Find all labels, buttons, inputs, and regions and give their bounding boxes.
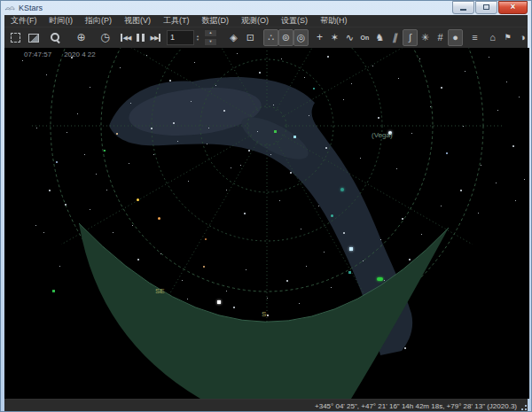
find-object-icon[interactable] bbox=[48, 29, 63, 46]
star bbox=[35, 225, 36, 226]
star bbox=[318, 206, 319, 206]
toggle-satellites-icon[interactable]: ✶ bbox=[327, 29, 342, 46]
menu-tools[interactable]: 工具(T) bbox=[157, 15, 196, 27]
simulation-clock: 07:47:57 2020 4 22 bbox=[24, 51, 96, 58]
toggle-horizontal-grid-icon[interactable]: # bbox=[433, 29, 448, 46]
timestep-widget[interactable]: 1▲▼▲▼ bbox=[167, 29, 217, 46]
star bbox=[187, 299, 188, 299]
timestep-unit-spinner[interactable]: ▲▼ bbox=[194, 35, 201, 42]
time-rewind-icon[interactable] bbox=[118, 29, 133, 46]
star bbox=[173, 122, 175, 124]
geolocation-icon[interactable]: ⊕ bbox=[74, 29, 89, 46]
star bbox=[340, 188, 344, 191]
star bbox=[246, 269, 246, 270]
star bbox=[49, 190, 51, 191]
star bbox=[43, 232, 44, 233]
menu-help[interactable]: 帮助(H) bbox=[314, 15, 354, 27]
star bbox=[267, 298, 268, 299]
star bbox=[77, 113, 78, 114]
timestep-value[interactable]: 1 bbox=[167, 30, 194, 45]
star bbox=[160, 253, 161, 254]
title-bar[interactable]: KStars × bbox=[1, 1, 531, 15]
sky-object bbox=[293, 136, 296, 138]
star bbox=[270, 154, 271, 155]
spin-up-icon[interactable]: ▲ bbox=[204, 29, 217, 37]
menu-file[interactable]: 文件(F) bbox=[4, 15, 43, 27]
toggle-constellation-boundaries-icon[interactable]: ∥ bbox=[387, 29, 403, 46]
resize-grip[interactable] bbox=[520, 405, 527, 411]
spin-down-icon[interactable]: ▼ bbox=[204, 38, 217, 46]
observation-list-icon[interactable]: ≡ bbox=[467, 29, 482, 46]
star bbox=[223, 110, 225, 112]
star bbox=[512, 145, 514, 147]
star bbox=[194, 62, 195, 63]
star bbox=[398, 78, 399, 79]
time-forward-icon[interactable] bbox=[148, 29, 163, 46]
dome-control-icon[interactable]: ⌂ bbox=[485, 29, 500, 46]
star bbox=[106, 190, 107, 190]
star bbox=[524, 179, 525, 180]
flags-icon[interactable]: ⚑ bbox=[500, 29, 515, 46]
toggle-equatorial-grid-icon[interactable]: ✳ bbox=[418, 29, 433, 46]
toggle-constellation-names-icon[interactable]: On bbox=[357, 29, 372, 46]
toggle-deep-sky-icon[interactable]: ⊚ bbox=[278, 29, 293, 46]
star bbox=[205, 238, 207, 240]
star bbox=[421, 234, 422, 235]
star bbox=[331, 214, 333, 217]
star bbox=[233, 307, 235, 308]
close-button[interactable]: × bbox=[498, 1, 528, 14]
cardinal-label-s: S bbox=[262, 310, 266, 318]
toggle-constellation-art-icon[interactable]: ♞ bbox=[372, 29, 387, 46]
menu-settings[interactable]: 设置(S) bbox=[275, 15, 314, 27]
open-fits-icon[interactable] bbox=[26, 29, 41, 46]
set-time-icon[interactable]: ◷ bbox=[98, 29, 113, 46]
star bbox=[460, 190, 462, 191]
star bbox=[226, 190, 227, 190]
star bbox=[351, 83, 352, 84]
star bbox=[496, 183, 497, 183]
export-image-icon[interactable]: ⊡ bbox=[243, 29, 258, 46]
star bbox=[327, 56, 329, 58]
star bbox=[90, 209, 90, 210]
toggle-milky-way-icon[interactable]: ∫ bbox=[403, 29, 418, 46]
menu-time[interactable]: 时间(I) bbox=[43, 15, 80, 27]
sky-object bbox=[348, 271, 351, 274]
star bbox=[169, 80, 171, 82]
toggle-solar-system-icon[interactable]: ◎ bbox=[293, 29, 309, 46]
star bbox=[313, 88, 315, 89]
zoom-default-icon[interactable]: ◈ bbox=[226, 29, 241, 46]
eclipse-tool-icon[interactable]: ◑ bbox=[515, 29, 528, 46]
star bbox=[481, 165, 481, 166]
time-pause-icon[interactable] bbox=[133, 29, 148, 46]
star bbox=[506, 82, 507, 82]
menu-observation[interactable]: 观测(O) bbox=[235, 15, 275, 27]
star bbox=[146, 55, 147, 56]
star bbox=[372, 66, 373, 66]
maximize-icon bbox=[483, 4, 489, 10]
minimize-button[interactable] bbox=[452, 1, 474, 14]
sky-object bbox=[377, 277, 383, 281]
star-label-vega: (Vega) bbox=[372, 131, 393, 139]
star bbox=[363, 260, 364, 261]
star bbox=[343, 232, 345, 234]
star bbox=[378, 117, 379, 119]
menu-view[interactable]: 视图(V) bbox=[118, 15, 157, 27]
star bbox=[188, 181, 189, 182]
maximize-button[interactable] bbox=[475, 1, 497, 14]
menu-data[interactable]: 数据(D) bbox=[196, 15, 236, 27]
star bbox=[59, 266, 60, 267]
sky-map[interactable]: 07:47:57 2020 4 22 (Vega)SES bbox=[4, 48, 529, 399]
star bbox=[153, 154, 154, 155]
timestep-spinner[interactable]: ▲▼ bbox=[204, 29, 217, 46]
star bbox=[441, 87, 442, 89]
star bbox=[267, 315, 269, 316]
star bbox=[237, 53, 238, 54]
star bbox=[65, 204, 66, 206]
toggle-constellation-lines-icon[interactable]: ∿ bbox=[342, 29, 357, 46]
menu-pointing[interactable]: 指向(P) bbox=[79, 15, 118, 27]
star bbox=[151, 128, 153, 129]
toggle-stars-icon[interactable]: ∴ bbox=[263, 29, 278, 46]
download-data-icon[interactable] bbox=[8, 29, 23, 46]
toggle-supernovae-icon[interactable]: + bbox=[312, 29, 327, 46]
toggle-ground-icon[interactable]: ● bbox=[448, 29, 463, 46]
